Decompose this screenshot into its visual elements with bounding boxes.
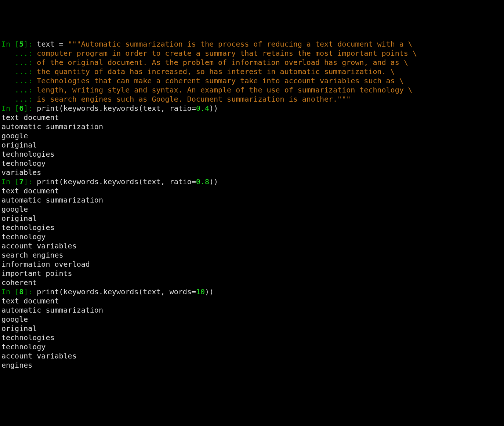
stdout-line: technologies [1,223,55,232]
kwarg-value: 0.4 [196,104,209,113]
prompt-in: In [ [1,40,19,48]
terminal-line: engines [1,361,504,370]
string-literal: length, writing style and syntax. An exa… [37,85,413,94]
stdout-line: account variables [1,241,77,250]
paren: ( [59,287,64,296]
stdout-line: google [1,131,28,140]
prompt-num: 7 [19,177,23,186]
terminal-line: technologies [1,333,504,342]
equals: = [192,104,196,113]
string-literal: Technologies that can make a coherent su… [37,76,403,85]
terminal-line: search engines [1,251,504,260]
prompt-in-suffix: ]: [23,40,37,48]
stdout-line: technologies [1,333,55,342]
terminal-line: original [1,324,504,333]
terminal-line: ...: computer program in order to create… [1,49,504,58]
comma: , [161,177,170,186]
prompt-num: 6 [19,104,23,113]
terminal-line: account variables [1,352,504,361]
stdout-line: text document [1,113,59,122]
arg: text [143,287,160,296]
code-assign: text = [37,40,68,48]
terminal-line: ...: Technologies that can make a cohere… [1,76,504,85]
stdout-line: search engines [1,251,64,259]
terminal-line: google [1,205,504,214]
prompt-continuation: ...: [1,76,37,85]
equals: = [192,177,196,186]
kwarg-name: ratio [170,104,192,113]
comma: , [161,287,170,296]
prompt-continuation: ...: [1,49,37,58]
prompt-num: 8 [19,287,23,296]
paren: ( [138,177,143,186]
terminal-line: technology [1,232,504,241]
terminal-line: variables [1,168,504,177]
terminal-line: In [6]: print(keywords.keywords(text, ra… [1,104,504,113]
prompt-num: 5 [19,40,23,48]
terminal-line: technologies [1,223,504,232]
terminal-line: text document [1,186,504,196]
stdout-line: variables [1,168,41,177]
stdout-line: original [1,324,37,333]
prompt-continuation: ...: [1,58,37,67]
stdout-line: account variables [1,352,77,360]
terminal-line: automatic summarization [1,196,504,205]
kwarg-name: words [170,287,192,296]
stdout-line: automatic summarization [1,196,103,204]
stdout-line: technology [1,342,46,351]
terminal-line: ...: is search engines such as Google. D… [1,95,504,104]
prompt-continuation: ...: [1,85,37,94]
terminal-line: automatic summarization [1,306,504,315]
kwarg-value: 0.8 [196,177,209,186]
arg: text [143,104,160,113]
paren: ( [138,287,143,296]
terminal-line: ...: length, writing style and syntax. A… [1,85,504,95]
terminal-line: google [1,131,504,141]
paren: )) [209,177,218,186]
terminal-line: information overload [1,260,504,269]
stdout-line: original [1,141,37,149]
builtin-print: print [37,287,59,296]
terminal-line: text document [1,113,504,122]
prompt-continuation: ...: [1,67,37,76]
terminal-line: coherent [1,278,504,287]
string-literal: the quantity of data has increased, so h… [37,67,395,76]
terminal-line: account variables [1,241,504,251]
terminal-line: automatic summarization [1,122,504,131]
stdout-line: technology [1,232,46,241]
builtin-print: print [37,177,59,186]
prompt-continuation: ...: [1,95,37,103]
paren: ( [59,177,64,186]
prompt-in-suffix: ]: [23,287,37,296]
stdout-line: text document [1,186,59,195]
terminal-line: In [5]: text = """Automatic summarizatio… [1,40,504,49]
comma: , [161,104,170,113]
kwarg-value: 10 [196,287,205,296]
stdout-line: google [1,315,28,324]
call-fn: keywords.keywords [64,104,139,113]
stdout-line: original [1,214,37,223]
prompt-in: In [ [1,104,19,113]
equals: = [192,287,196,296]
prompt-in: In [ [1,287,19,296]
stdout-line: technology [1,159,46,168]
terminal-line: ...: of the original document. As the pr… [1,58,504,67]
string-literal: of the original document. As the problem… [37,58,408,67]
terminal-line: ...: the quantity of data has increased,… [1,67,504,76]
builtin-print: print [37,104,59,113]
terminal-line: original [1,141,504,150]
prompt-in-suffix: ]: [23,104,37,113]
terminal-line: In [7]: print(keywords.keywords(text, ra… [1,177,504,186]
call-fn: keywords.keywords [64,177,139,186]
stdout-line: coherent [1,278,37,287]
stdout-line: automatic summarization [1,122,103,131]
kwarg-name: ratio [170,177,192,186]
prompt-in: In [ [1,177,19,186]
ipython-terminal[interactable]: In [5]: text = """Automatic summarizatio… [1,40,504,370]
terminal-line: important points [1,269,504,278]
terminal-line: technologies [1,150,504,159]
string-literal: is search engines such as Google. Docume… [37,95,351,103]
prompt-in-suffix: ]: [23,177,37,186]
string-literal: """Automatic summarization is the proces… [68,40,413,48]
terminal-line: technology [1,159,504,168]
